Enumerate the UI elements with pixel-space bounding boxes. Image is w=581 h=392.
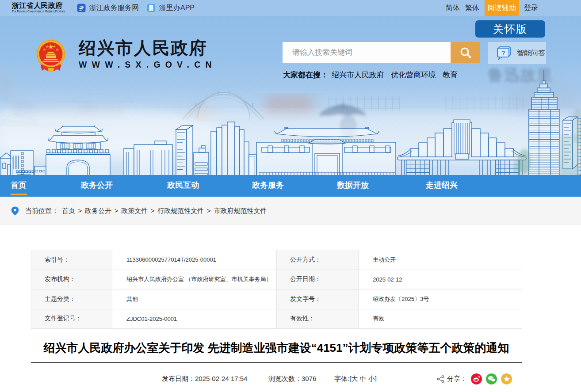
svg-text:?: ? [501,49,505,57]
